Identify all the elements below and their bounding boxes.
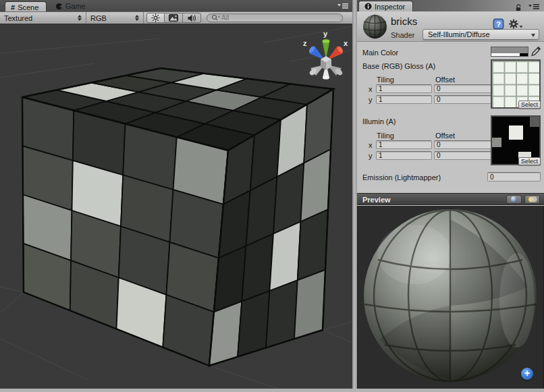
main-color-swatch[interactable] — [491, 47, 528, 57]
scene-grid-icon: # — [11, 3, 15, 11]
scene-toggle-group — [146, 13, 201, 23]
search-icon — [211, 14, 220, 22]
color-mode-value: RGB — [90, 14, 107, 22]
image-icon — [169, 14, 178, 22]
emission-input[interactable] — [487, 172, 541, 181]
textured-cube[interactable] — [22, 68, 333, 366]
inspector-menu-icon[interactable] — [528, 3, 539, 9]
material-thumbnail-sphere[interactable] — [362, 14, 387, 39]
illumin-texture-select-button[interactable]: Select — [518, 157, 541, 165]
illumin-thumb-square — [509, 125, 523, 140]
render-mode-value: Textured — [4, 14, 32, 22]
tab-game-label: Game — [65, 2, 86, 10]
base-offset-label: Offset — [435, 76, 455, 84]
preview-area[interactable]: + — [357, 206, 544, 389]
updown-arrows-icon — [131, 15, 139, 21]
tab-inspector[interactable]: Inspector — [358, 1, 413, 11]
gizmo-x-axis[interactable] — [327, 45, 344, 60]
base-tiling-label: Tiling — [377, 76, 394, 84]
cube-face-right-tile — [294, 270, 325, 339]
lighting-toggle-button[interactable] — [146, 13, 165, 23]
search-input[interactable] — [221, 14, 338, 22]
gizmo-y-label: y — [323, 30, 328, 38]
preview-mesh-button[interactable] — [506, 195, 522, 204]
lighting-toggle-icon — [527, 196, 538, 203]
material-name: bricks — [391, 16, 417, 27]
gizmo-y-axis[interactable] — [323, 39, 330, 59]
gizmo-x-label: x — [344, 39, 348, 47]
audio-toggle-button[interactable] — [183, 13, 201, 23]
eyedropper-icon[interactable] — [531, 46, 541, 59]
sun-icon — [151, 13, 160, 22]
illumin-tiling-label: Tiling — [377, 132, 394, 140]
tab-scene-label: Scene — [18, 3, 38, 11]
illumin-thumb-square — [530, 117, 540, 127]
preview-lighting-button[interactable] — [524, 195, 540, 204]
cube-face-right-tile — [238, 291, 270, 357]
illumin-tiling-x-input[interactable] — [376, 140, 432, 149]
alpha-bar — [491, 53, 528, 56]
inspector-tabstrip: Inspector — [357, 0, 544, 11]
game-icon — [55, 3, 63, 10]
gear-icon[interactable] — [508, 18, 523, 32]
illumin-thumb-square — [492, 138, 501, 147]
scene-viewport[interactable]: y x z — [0, 24, 352, 389]
illumin-y-label: y — [369, 152, 373, 160]
preview-header[interactable]: Preview — [357, 193, 544, 205]
svg-text:?: ? — [496, 20, 501, 28]
base-x-label: x — [369, 85, 373, 93]
chevron-down-icon — [531, 34, 535, 37]
base-offset-y-input[interactable] — [434, 95, 492, 104]
preview-title: Preview — [362, 196, 391, 204]
base-tiling-x-input[interactable] — [376, 84, 432, 93]
sphere-icon — [510, 196, 518, 203]
illumin-texture-label: Illumin (A) — [362, 117, 396, 125]
material-header: bricks Shader Self-Illumin/Diffuse ? — [357, 11, 544, 42]
tab-scene[interactable]: # Scene — [5, 1, 47, 12]
main-color-label: Main Color — [362, 49, 398, 57]
scene-search-field[interactable] — [207, 13, 343, 22]
shader-dropdown-value: Self-Illumin/Diffuse — [428, 30, 490, 38]
inspector-panel: Inspector — [357, 0, 544, 389]
base-y-label: y — [369, 96, 373, 104]
tab-game[interactable]: Game — [50, 1, 93, 11]
orientation-gizmo[interactable]: y x z — [303, 30, 348, 80]
info-icon — [364, 3, 372, 10]
illumin-offset-x-input[interactable] — [434, 140, 492, 149]
preview-sphere — [358, 206, 543, 389]
illumin-offset-y-input[interactable] — [434, 151, 492, 160]
window-bottom-edge — [0, 389, 544, 392]
add-preview-button[interactable]: + — [521, 368, 533, 380]
render-paths-toggle-button[interactable] — [165, 13, 183, 23]
help-icon[interactable]: ? — [493, 18, 504, 32]
speaker-icon — [188, 14, 196, 22]
panel-divider[interactable] — [352, 0, 357, 389]
scene-panel-menu-icon[interactable] — [337, 3, 348, 9]
render-mode-dropdown[interactable]: Textured — [0, 12, 86, 24]
emission-label: Emission (Lightmapper) — [362, 173, 441, 181]
scene-toolbar: Textured RGB — [0, 11, 352, 24]
illumin-x-label: x — [369, 141, 373, 149]
gizmo-z-label: z — [303, 39, 307, 47]
scene-tabstrip: # Scene Game — [0, 0, 352, 11]
scene-panel: # Scene Game Textured RGB — [0, 0, 352, 389]
illumin-offset-label: Offset — [435, 132, 455, 140]
cube-face-right-tile — [266, 280, 298, 347]
base-texture-label: Base (RGB) Gloss (A) — [362, 62, 435, 70]
color-mode-dropdown[interactable]: RGB — [86, 12, 144, 24]
base-tiling-y-input[interactable] — [376, 95, 432, 104]
unity-editor-window: # Scene Game Textured RGB — [0, 0, 544, 392]
tab-inspector-label: Inspector — [375, 3, 405, 11]
shader-label: Shader — [391, 31, 414, 39]
illumin-tiling-y-input[interactable] — [376, 151, 432, 160]
updown-arrows-icon — [74, 15, 82, 21]
base-texture-select-button[interactable]: Select — [518, 101, 541, 109]
base-offset-x-input[interactable] — [434, 84, 492, 93]
